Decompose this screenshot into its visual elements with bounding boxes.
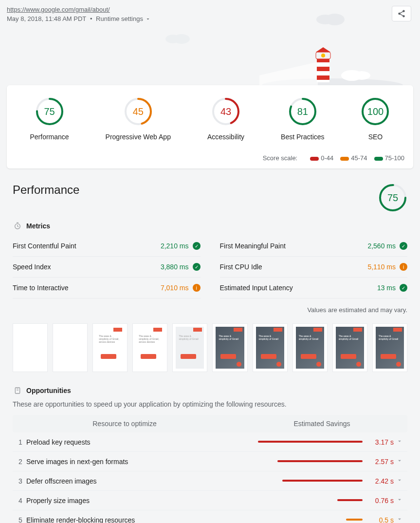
opportunity-bar: [237, 480, 366, 483]
metric-value: 7,010 ms i: [161, 284, 201, 292]
metric-value: 2,560 ms ✓: [367, 242, 407, 250]
report-header: https://www.google.com/gmail/about/ May …: [0, 0, 420, 85]
score-progressive-web-app[interactable]: 45 Progressive Web App: [106, 97, 171, 141]
opportunity-row[interactable]: 3 Defer offscreen images 2.42 s: [13, 471, 407, 491]
section-title-performance: Performance: [13, 183, 79, 197]
opportunities-description: These are opportunities to speed up your…: [13, 400, 407, 408]
svg-rect-8: [317, 67, 329, 71]
score-best-practices[interactable]: 81 Best Practices: [281, 97, 324, 141]
metric-value: 5,110 ms i: [367, 263, 407, 271]
svg-point-14: [353, 71, 370, 80]
opportunity-bar: [237, 499, 366, 502]
scores-card: 75 Performance 45 Progressive Web App 43…: [7, 85, 413, 168]
chevron-down-icon[interactable]: [394, 496, 405, 504]
metrics-label: Metrics: [26, 222, 50, 230]
tested-url[interactable]: https://www.google.com/gmail/about/: [7, 6, 413, 13]
score-accessibility[interactable]: 43 Accessibility: [207, 97, 244, 141]
opportunity-row[interactable]: 2 Serve images in next-gen formats 2.57 …: [13, 452, 407, 471]
gauge: 81: [288, 97, 317, 126]
filmstrip-frame: [13, 323, 48, 372]
status-icon: ✓: [193, 263, 201, 271]
status-icon: i: [400, 263, 407, 271]
svg-rect-28: [15, 388, 19, 393]
report-timestamp: May 8, 2018, 11:48 AM PDT: [7, 15, 86, 22]
filmstrip-frame: The ease & simplicity of Gmail: [212, 323, 247, 372]
metric-value: 2,210 ms ✓: [161, 242, 201, 250]
opportunity-bar: [237, 460, 366, 463]
chevron-down-icon[interactable]: [394, 516, 405, 523]
col-header-resource: Resource to optimize: [13, 415, 237, 432]
scale-item: 75-100: [374, 154, 404, 162]
metric-value: 13 ms ✓: [377, 284, 407, 292]
status-icon: i: [193, 284, 201, 292]
opportunity-row[interactable]: 1 Preload key requests 3.17 s: [13, 432, 407, 452]
cloud-icon: [162, 32, 191, 44]
col-header-savings: Estimated Savings: [237, 415, 407, 432]
metric-name: First Meaningful Paint: [220, 242, 286, 250]
metric-row: First Meaningful Paint 2,560 ms ✓: [220, 236, 408, 257]
opportunities-header: Opportunities: [13, 386, 407, 395]
chevron-down-icon[interactable]: [394, 457, 405, 466]
score-scale-label: Score scale:: [263, 154, 298, 162]
opportunity-bar: [237, 519, 366, 522]
opportunity-name: Preload key requests: [26, 438, 237, 446]
svg-rect-9: [317, 75, 329, 80]
metric-value: 3,880 ms ✓: [161, 263, 201, 271]
runtime-settings-toggle[interactable]: Runtime settings: [96, 15, 143, 22]
metric-name: First CPU Idle: [220, 263, 262, 271]
chevron-down-icon[interactable]: [394, 477, 405, 485]
score-name: Performance: [30, 133, 69, 141]
opportunity-row[interactable]: 4 Properly size images 0.76 s: [13, 491, 407, 510]
opportunity-name: Defer offscreen images: [26, 477, 237, 485]
svg-marker-12: [316, 47, 330, 52]
filmstrip-frame: The ease & simplicity of Gmail, across d…: [132, 323, 167, 372]
metric-row: Time to Interactive 7,010 ms i: [13, 278, 201, 299]
report-meta: May 8, 2018, 11:48 AM PDT • Runtime sett…: [7, 15, 413, 22]
opportunities-table: Resource to optimize Estimated Savings 1…: [13, 415, 407, 523]
opportunity-bar: [237, 441, 366, 444]
filmstrip-frame: The ease & simplicity of Gmail: [172, 323, 207, 372]
metric-row: Speed Index 3,880 ms ✓: [13, 257, 201, 278]
opportunity-value: 2.42 s: [366, 477, 394, 485]
svg-point-3: [173, 34, 190, 44]
share-button[interactable]: [392, 6, 411, 21]
chevron-down-icon[interactable]: [394, 438, 405, 446]
opportunity-index: 5: [15, 516, 26, 523]
score-name: Best Practices: [281, 133, 324, 141]
filmstrip-frame: The ease & simplicity of Gmail: [372, 323, 407, 372]
opportunity-name: Properly size images: [26, 497, 237, 504]
chevron-down-icon[interactable]: [145, 16, 151, 22]
filmstrip-frame: The ease & simplicity of Gmail: [253, 323, 288, 372]
metrics-header: Metrics: [13, 221, 407, 231]
opportunity-value: 0.76 s: [366, 497, 394, 504]
share-icon: [397, 9, 406, 18]
status-icon: ✓: [400, 242, 407, 250]
scale-item: 0-44: [310, 154, 333, 162]
opportunity-index: 3: [15, 477, 26, 485]
metric-row: First CPU Idle 5,110 ms i: [220, 257, 408, 278]
opportunity-index: 2: [15, 458, 26, 466]
metric-name: Speed Index: [13, 263, 51, 271]
opportunities-table-head: Resource to optimize Estimated Savings: [13, 415, 407, 432]
score-scale: Score scale: 0-4445-7475-100: [12, 154, 408, 162]
scale-item: 45-74: [340, 154, 367, 162]
gauge: 75: [35, 97, 64, 126]
svg-point-11: [321, 54, 325, 57]
timer-icon: [13, 221, 22, 231]
score-performance[interactable]: 75 Performance: [30, 97, 69, 141]
score-seo[interactable]: 100 SEO: [361, 97, 390, 141]
score-name: SEO: [368, 133, 383, 141]
opportunity-value: 3.17 s: [366, 438, 394, 446]
metric-name: Time to Interactive: [13, 284, 69, 292]
score-name: Progressive Web App: [106, 133, 171, 141]
gauge: 100: [361, 97, 390, 126]
metric-name: Estimated Input Latency: [220, 284, 293, 292]
lab-icon: [13, 386, 22, 395]
opportunity-value: 0.5 s: [366, 516, 394, 523]
opportunity-name: Eliminate render-blocking resources: [26, 516, 237, 523]
opportunity-row[interactable]: 5 Eliminate render-blocking resources 0.…: [13, 510, 407, 523]
svg-marker-5: [259, 62, 318, 85]
opportunity-value: 2.57 s: [366, 458, 394, 466]
filmstrip-frame: The ease & simplicity of Gmail: [332, 323, 367, 372]
opportunity-index: 4: [15, 497, 26, 504]
